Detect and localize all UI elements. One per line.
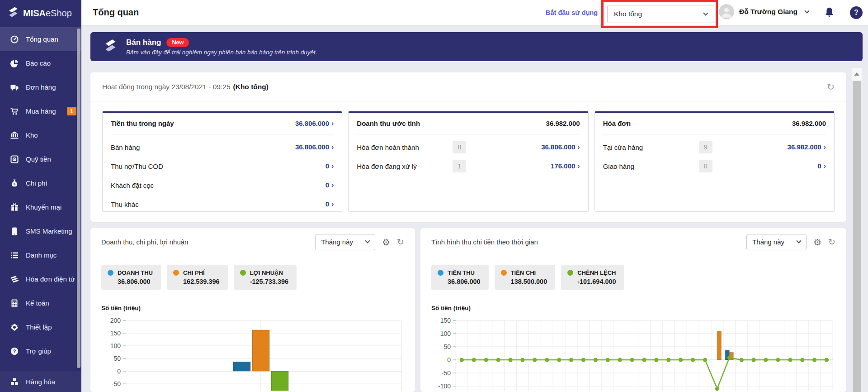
gear-icon[interactable]: ⚙ <box>813 238 821 247</box>
scrollbar-up-button[interactable] <box>852 68 862 80</box>
sidebar-item-label: Quỹ tiền <box>26 155 51 163</box>
period-dropdown[interactable]: Tháng này <box>746 234 807 250</box>
sidebar-item-thiet-lap[interactable]: Thiết lập <box>0 315 81 339</box>
stat-row: Bán hàng36.806.000› <box>111 141 334 153</box>
sidebar: MISAeShop Tổng quanBáo cáoĐơn hàngMua hà… <box>0 0 81 392</box>
sidebar-item-sms-marketing[interactable]: SMS Marketing <box>0 219 81 243</box>
sidebar-item-label: Hàng hóa <box>26 378 55 386</box>
sidebar-item-label: Đơn hàng <box>26 83 56 91</box>
cash-flow-timeline-card: Tình hình thu chi tiền theo thời gian Th… <box>420 228 846 392</box>
stat-row-value[interactable]: 36.982.000› <box>788 143 826 151</box>
refresh-icon[interactable]: ↻ <box>397 238 404 246</box>
count-badge: 0 <box>699 160 712 172</box>
legend-chip[interactable]: TIỀN THU36.806.000 <box>431 265 489 290</box>
bank-icon <box>10 131 19 140</box>
stat-row-label: Bán hàng <box>111 143 207 151</box>
stat-row-value[interactable]: 36.806.000› <box>295 143 334 151</box>
user-menu[interactable]: Đỗ Trường Giang <box>719 4 809 19</box>
stat-row: Thu khác0› <box>111 198 334 210</box>
stat-row: Thu nợ/Thu COD0› <box>111 160 334 172</box>
stat-row-label: Khách đặt cọc <box>111 182 207 189</box>
topbar-divider <box>814 5 814 20</box>
notification-bell-icon[interactable] <box>823 6 835 20</box>
legend-dot-icon <box>438 270 443 276</box>
user-name: Đỗ Trường Giang <box>739 8 797 16</box>
sidebar-item-chi-phi[interactable]: $Chi phí <box>0 171 81 195</box>
chart-card-header: Tình hình thu chi tiền theo thời gian Th… <box>420 228 846 256</box>
sidebar-item-label: Báo cáo <box>26 59 51 67</box>
stat-row: Giao hàng00› <box>603 160 826 172</box>
layers-icon <box>10 275 19 284</box>
stat-row-label: Hóa đơn đang xử lý <box>357 163 453 170</box>
sidebar-scrollbar[interactable] <box>77 29 80 368</box>
misa-logo-icon <box>102 38 118 56</box>
sidebar-item-khuyen-mai[interactable]: Khuyến mại <box>0 195 81 219</box>
stat-row-value[interactable]: 0› <box>817 162 826 170</box>
gear-icon <box>10 323 19 332</box>
sidebar-item-tro-giup[interactable]: ?Trợ giúp <box>0 339 81 363</box>
stat-row-value[interactable]: 176.000› <box>551 162 580 170</box>
stat-cards-row: Tiền thu trong ngày36.806.000›Bán hàng36… <box>90 101 846 212</box>
store-dropdown[interactable]: Kho tổng <box>607 5 714 23</box>
legend-chip[interactable]: TIỀN CHI138.500.000 <box>495 265 556 290</box>
sidebar-item-ke-toan[interactable]: Kế toán <box>0 291 81 315</box>
sidebar-item-bao-cao[interactable]: Báo cáo <box>0 51 81 75</box>
period-value: Tháng này <box>321 238 353 246</box>
legend-chip[interactable]: CHI PHÍ162.539.396 <box>167 265 228 290</box>
stat-row-value[interactable]: 0› <box>326 181 334 189</box>
sidebar-item-label: Trợ giúp <box>26 347 51 355</box>
sidebar-item-quy-tien[interactable]: Quỹ tiền <box>0 147 81 171</box>
sidebar-item-label: Hóa đơn điện tử <box>26 275 75 283</box>
content-scrollbar[interactable] <box>852 68 862 392</box>
sidebar-item-tong-quan[interactable]: Tổng quan <box>0 27 81 51</box>
start-using-link[interactable]: Bắt đầu sử dụng <box>546 9 598 16</box>
sidebar-item-label: Danh mục <box>26 251 57 259</box>
legend-chip[interactable]: CHÊNH LỆCH-101.694.000 <box>561 265 624 290</box>
help-icon[interactable]: ? <box>850 6 863 19</box>
sidebar-item-kho[interactable]: Kho <box>0 123 81 147</box>
sidebar-item-hang-hoa[interactable]: Hàng hóa <box>0 371 81 392</box>
legend-value: 138.500.000 <box>511 278 547 285</box>
stat-row-value[interactable]: 0› <box>326 162 334 170</box>
period-dropdown[interactable]: Tháng này <box>315 234 375 250</box>
revenue-cost-profit-card: Doanh thu, chi phí, lợi nhuận Tháng này … <box>90 228 415 392</box>
scrollbar-thumb[interactable] <box>853 81 861 392</box>
sidebar-bottom-section: Hàng hóa <box>0 371 81 392</box>
legend-label: CHI PHÍ <box>183 269 205 276</box>
stat-row-value[interactable]: 36.806.000› <box>541 143 580 151</box>
avatar <box>719 4 734 19</box>
chevron-down-icon <box>703 10 708 15</box>
page-title: Tổng quan <box>93 7 139 18</box>
sidebar-item-mua-hang[interactable]: Mua hàng1 <box>0 99 81 123</box>
chevron-right-icon: › <box>331 162 334 170</box>
activity-title-store: (Kho tổng) <box>233 83 269 91</box>
svg-text:50: 50 <box>113 355 121 362</box>
sidebar-item-label: Thiết lập <box>26 323 52 331</box>
misa-logo-icon <box>6 5 20 21</box>
legend-label: TIỀN CHI <box>511 269 536 276</box>
legend-chip[interactable]: LỢI NHUẬN-125.733.396 <box>234 265 297 290</box>
stat-row-value[interactable]: 0› <box>326 200 334 208</box>
legend-value: 36.806.000 <box>448 278 481 285</box>
gear-icon[interactable]: ⚙ <box>382 238 390 247</box>
stat-row-label: Tại cửa hàng <box>603 143 699 151</box>
stat-row: Khách đặt cọc0› <box>111 179 334 191</box>
refresh-icon[interactable]: ↻ <box>826 82 835 91</box>
legend-dot-icon <box>108 270 113 276</box>
help-icon: ? <box>10 347 19 356</box>
stat-row-label: Thu nợ/Thu COD <box>111 163 207 170</box>
brand-logo[interactable]: MISAeShop <box>0 0 81 26</box>
legend-value: -125.733.396 <box>250 278 288 285</box>
activity-header: Hoạt động trong ngày 23/08/2021 - 09:25 … <box>90 72 846 101</box>
chevron-right-icon: › <box>331 200 334 208</box>
sidebar-item-danh-muc[interactable]: Danh mục <box>0 243 81 267</box>
sidebar-item-don-hang[interactable]: Đơn hàng <box>0 75 81 99</box>
sidebar-item-hoa-don-dien-tu[interactable]: Hóa đơn điện tử <box>0 267 81 291</box>
sidebar-item-label: Khuyến mại <box>26 203 61 211</box>
refresh-icon[interactable]: ↻ <box>828 238 835 246</box>
sales-banner[interactable]: Bán hàng New Bấm vào đây để trải nghiệm … <box>90 32 863 61</box>
chart-legend: DOANH THU36.806.000CHI PHÍ162.539.396LỢI… <box>90 256 415 290</box>
count-badge: 1 <box>453 160 466 172</box>
count-badge: 9 <box>699 141 712 153</box>
legend-chip[interactable]: DOANH THU36.806.000 <box>101 265 161 290</box>
